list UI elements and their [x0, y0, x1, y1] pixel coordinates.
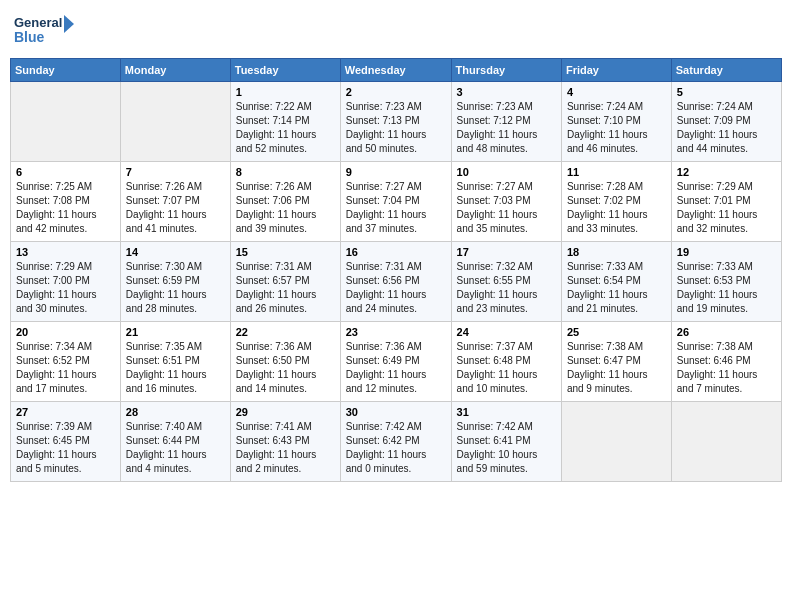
- svg-text:General: General: [14, 15, 62, 30]
- day-info: Sunrise: 7:34 AMSunset: 6:52 PMDaylight:…: [16, 340, 115, 396]
- day-number: 24: [457, 326, 556, 338]
- day-number: 14: [126, 246, 225, 258]
- day-info: Sunrise: 7:28 AMSunset: 7:02 PMDaylight:…: [567, 180, 666, 236]
- calendar-cell: 15Sunrise: 7:31 AMSunset: 6:57 PMDayligh…: [230, 242, 340, 322]
- calendar-cell: 9Sunrise: 7:27 AMSunset: 7:04 PMDaylight…: [340, 162, 451, 242]
- header-sunday: Sunday: [11, 59, 121, 82]
- day-info: Sunrise: 7:22 AMSunset: 7:14 PMDaylight:…: [236, 100, 335, 156]
- svg-marker-2: [64, 15, 74, 33]
- day-info: Sunrise: 7:25 AMSunset: 7:08 PMDaylight:…: [16, 180, 115, 236]
- day-info: Sunrise: 7:26 AMSunset: 7:07 PMDaylight:…: [126, 180, 225, 236]
- day-number: 12: [677, 166, 776, 178]
- day-number: 15: [236, 246, 335, 258]
- day-number: 28: [126, 406, 225, 418]
- calendar-cell: 20Sunrise: 7:34 AMSunset: 6:52 PMDayligh…: [11, 322, 121, 402]
- day-number: 6: [16, 166, 115, 178]
- header-saturday: Saturday: [671, 59, 781, 82]
- day-info: Sunrise: 7:26 AMSunset: 7:06 PMDaylight:…: [236, 180, 335, 236]
- calendar-cell: [120, 82, 230, 162]
- calendar-cell: 31Sunrise: 7:42 AMSunset: 6:41 PMDayligh…: [451, 402, 561, 482]
- day-number: 31: [457, 406, 556, 418]
- header-thursday: Thursday: [451, 59, 561, 82]
- day-info: Sunrise: 7:40 AMSunset: 6:44 PMDaylight:…: [126, 420, 225, 476]
- calendar-cell: 26Sunrise: 7:38 AMSunset: 6:46 PMDayligh…: [671, 322, 781, 402]
- calendar-cell: 30Sunrise: 7:42 AMSunset: 6:42 PMDayligh…: [340, 402, 451, 482]
- day-info: Sunrise: 7:23 AMSunset: 7:13 PMDaylight:…: [346, 100, 446, 156]
- calendar-cell: 6Sunrise: 7:25 AMSunset: 7:08 PMDaylight…: [11, 162, 121, 242]
- day-info: Sunrise: 7:32 AMSunset: 6:55 PMDaylight:…: [457, 260, 556, 316]
- page-header: GeneralBlue: [10, 10, 782, 50]
- calendar-cell: 25Sunrise: 7:38 AMSunset: 6:47 PMDayligh…: [561, 322, 671, 402]
- day-number: 22: [236, 326, 335, 338]
- calendar-cell: [671, 402, 781, 482]
- header-monday: Monday: [120, 59, 230, 82]
- day-number: 7: [126, 166, 225, 178]
- calendar-cell: 16Sunrise: 7:31 AMSunset: 6:56 PMDayligh…: [340, 242, 451, 322]
- calendar-cell: 29Sunrise: 7:41 AMSunset: 6:43 PMDayligh…: [230, 402, 340, 482]
- calendar-cell: 21Sunrise: 7:35 AMSunset: 6:51 PMDayligh…: [120, 322, 230, 402]
- day-number: 17: [457, 246, 556, 258]
- calendar-cell: 27Sunrise: 7:39 AMSunset: 6:45 PMDayligh…: [11, 402, 121, 482]
- day-info: Sunrise: 7:39 AMSunset: 6:45 PMDaylight:…: [16, 420, 115, 476]
- day-number: 10: [457, 166, 556, 178]
- calendar-cell: 12Sunrise: 7:29 AMSunset: 7:01 PMDayligh…: [671, 162, 781, 242]
- calendar-cell: 13Sunrise: 7:29 AMSunset: 7:00 PMDayligh…: [11, 242, 121, 322]
- day-info: Sunrise: 7:31 AMSunset: 6:57 PMDaylight:…: [236, 260, 335, 316]
- calendar-cell: 17Sunrise: 7:32 AMSunset: 6:55 PMDayligh…: [451, 242, 561, 322]
- day-info: Sunrise: 7:38 AMSunset: 6:47 PMDaylight:…: [567, 340, 666, 396]
- calendar-header-row: SundayMondayTuesdayWednesdayThursdayFrid…: [11, 59, 782, 82]
- week-row-5: 27Sunrise: 7:39 AMSunset: 6:45 PMDayligh…: [11, 402, 782, 482]
- calendar-cell: 24Sunrise: 7:37 AMSunset: 6:48 PMDayligh…: [451, 322, 561, 402]
- day-info: Sunrise: 7:29 AMSunset: 7:00 PMDaylight:…: [16, 260, 115, 316]
- week-row-2: 6Sunrise: 7:25 AMSunset: 7:08 PMDaylight…: [11, 162, 782, 242]
- day-number: 8: [236, 166, 335, 178]
- calendar-cell: 22Sunrise: 7:36 AMSunset: 6:50 PMDayligh…: [230, 322, 340, 402]
- day-number: 11: [567, 166, 666, 178]
- day-number: 16: [346, 246, 446, 258]
- day-number: 21: [126, 326, 225, 338]
- day-number: 18: [567, 246, 666, 258]
- calendar-cell: 8Sunrise: 7:26 AMSunset: 7:06 PMDaylight…: [230, 162, 340, 242]
- day-info: Sunrise: 7:42 AMSunset: 6:41 PMDaylight:…: [457, 420, 556, 476]
- week-row-4: 20Sunrise: 7:34 AMSunset: 6:52 PMDayligh…: [11, 322, 782, 402]
- day-info: Sunrise: 7:29 AMSunset: 7:01 PMDaylight:…: [677, 180, 776, 236]
- day-info: Sunrise: 7:27 AMSunset: 7:04 PMDaylight:…: [346, 180, 446, 236]
- day-number: 26: [677, 326, 776, 338]
- day-number: 29: [236, 406, 335, 418]
- calendar-cell: 19Sunrise: 7:33 AMSunset: 6:53 PMDayligh…: [671, 242, 781, 322]
- logo: GeneralBlue: [14, 10, 74, 50]
- day-info: Sunrise: 7:36 AMSunset: 6:49 PMDaylight:…: [346, 340, 446, 396]
- calendar-cell: 2Sunrise: 7:23 AMSunset: 7:13 PMDaylight…: [340, 82, 451, 162]
- calendar-cell: [11, 82, 121, 162]
- calendar-cell: 4Sunrise: 7:24 AMSunset: 7:10 PMDaylight…: [561, 82, 671, 162]
- day-info: Sunrise: 7:27 AMSunset: 7:03 PMDaylight:…: [457, 180, 556, 236]
- day-info: Sunrise: 7:24 AMSunset: 7:09 PMDaylight:…: [677, 100, 776, 156]
- day-info: Sunrise: 7:42 AMSunset: 6:42 PMDaylight:…: [346, 420, 446, 476]
- day-info: Sunrise: 7:36 AMSunset: 6:50 PMDaylight:…: [236, 340, 335, 396]
- day-number: 19: [677, 246, 776, 258]
- day-info: Sunrise: 7:33 AMSunset: 6:53 PMDaylight:…: [677, 260, 776, 316]
- day-number: 13: [16, 246, 115, 258]
- calendar-cell: 28Sunrise: 7:40 AMSunset: 6:44 PMDayligh…: [120, 402, 230, 482]
- day-info: Sunrise: 7:30 AMSunset: 6:59 PMDaylight:…: [126, 260, 225, 316]
- calendar-cell: 11Sunrise: 7:28 AMSunset: 7:02 PMDayligh…: [561, 162, 671, 242]
- calendar-cell: 23Sunrise: 7:36 AMSunset: 6:49 PMDayligh…: [340, 322, 451, 402]
- calendar-table: SundayMondayTuesdayWednesdayThursdayFrid…: [10, 58, 782, 482]
- day-number: 5: [677, 86, 776, 98]
- day-info: Sunrise: 7:35 AMSunset: 6:51 PMDaylight:…: [126, 340, 225, 396]
- week-row-3: 13Sunrise: 7:29 AMSunset: 7:00 PMDayligh…: [11, 242, 782, 322]
- day-info: Sunrise: 7:23 AMSunset: 7:12 PMDaylight:…: [457, 100, 556, 156]
- day-number: 23: [346, 326, 446, 338]
- calendar-cell: 10Sunrise: 7:27 AMSunset: 7:03 PMDayligh…: [451, 162, 561, 242]
- header-wednesday: Wednesday: [340, 59, 451, 82]
- logo-svg: GeneralBlue: [14, 10, 74, 50]
- day-info: Sunrise: 7:33 AMSunset: 6:54 PMDaylight:…: [567, 260, 666, 316]
- svg-text:Blue: Blue: [14, 29, 45, 45]
- day-info: Sunrise: 7:24 AMSunset: 7:10 PMDaylight:…: [567, 100, 666, 156]
- day-number: 9: [346, 166, 446, 178]
- day-number: 30: [346, 406, 446, 418]
- day-number: 20: [16, 326, 115, 338]
- day-number: 2: [346, 86, 446, 98]
- header-friday: Friday: [561, 59, 671, 82]
- calendar-cell: 3Sunrise: 7:23 AMSunset: 7:12 PMDaylight…: [451, 82, 561, 162]
